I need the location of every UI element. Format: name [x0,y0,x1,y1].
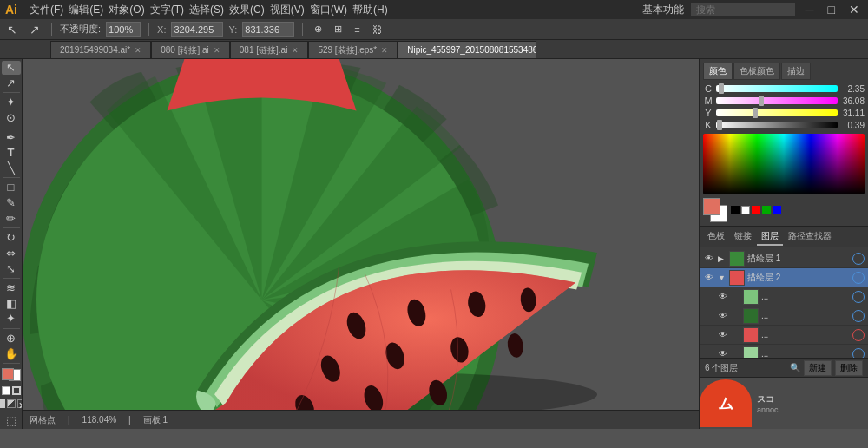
tab-close-0[interactable]: ✕ [135,46,141,55]
align-icon[interactable]: ⊞ [331,23,345,36]
cyan-thumb[interactable] [719,83,724,94]
distrib-icon[interactable]: ≡ [351,23,363,36]
tool-type[interactable]: T [2,146,21,160]
fg-bg-swatches[interactable] [703,198,727,222]
swatch-red[interactable] [752,206,760,214]
tab-0[interactable]: 201915499034.ai* ✕ [50,41,151,58]
link-icon[interactable]: ⛓ [369,23,385,36]
menu-view[interactable]: 视图(V) [270,3,305,17]
y-input[interactable] [242,22,294,37]
tool-lasso[interactable]: ⊙ [2,111,21,125]
swatch-blue[interactable] [773,206,781,214]
tab-2[interactable]: 081 [链接].ai ✕ [230,41,309,58]
color-swatch-fg-bg[interactable] [2,368,21,382]
layer-visibility-2[interactable]: 👁 [703,272,715,284]
swatch-black[interactable] [731,206,740,214]
tool-pencil[interactable]: ✏ [2,211,21,225]
new-layer-button[interactable]: 新建 [804,360,832,376]
black-thumb[interactable] [717,120,722,130]
layer-color-6[interactable] [852,348,865,359]
tool-selection[interactable]: ↖ [2,61,21,75]
yellow-track[interactable] [716,109,838,116]
tool-mirror[interactable]: ⇔ [2,247,21,260]
close-button[interactable]: ✕ [845,3,863,16]
tool-scale[interactable]: ⤡ [2,261,21,275]
layer-color-4[interactable] [852,310,865,322]
cyan-track[interactable] [716,85,838,92]
tool-line[interactable]: ╲ [2,161,21,175]
layer-color-1[interactable] [852,253,865,265]
swatch-white[interactable] [741,206,750,214]
delete-layer-button[interactable]: 删除 [835,360,863,376]
coord-icon[interactable]: ⊕ [311,23,326,36]
color-spectrum[interactable] [703,134,865,194]
layers-tab-layers[interactable]: 图层 [757,228,783,246]
tool-magic-wand[interactable]: ✦ [2,96,21,109]
x-input[interactable] [171,22,223,37]
black-track[interactable] [716,122,838,128]
tool-screen-mode[interactable]: ⬚ [2,413,21,427]
layer-visibility-3[interactable]: 👁 [717,291,729,303]
color-mode-icon[interactable] [0,399,5,408]
fg-color-box[interactable] [703,198,720,215]
swatch-green[interactable] [762,206,771,214]
layer-item-5[interactable]: 👁 ... [700,326,868,345]
layer-color-2[interactable] [852,272,865,284]
tool-paintbrush[interactable]: ✎ [2,196,21,210]
layer-color-3[interactable] [852,291,865,303]
maximize-button[interactable]: □ [825,3,838,16]
layer-item-6[interactable]: 👁 ... [700,345,868,358]
fg-color-swatch[interactable] [2,368,14,380]
layer-item-2[interactable]: 👁 ▼ 描绘层 2 [700,268,868,287]
tab-close-1[interactable]: ✕ [214,46,220,55]
tab-close-2[interactable]: ✕ [292,46,299,55]
tool-rotate[interactable]: ↻ [2,231,21,245]
tab-swatches[interactable]: 色板颜色 [733,63,780,80]
tool-eyedropper[interactable]: ✦ [2,312,21,326]
menu-select[interactable]: 选择(S) [189,3,224,17]
tool-direct-selection[interactable]: ↗ [2,76,21,90]
artwork-canvas[interactable] [23,59,699,429]
search-input[interactable] [691,3,795,16]
menu-window[interactable]: 窗口(W) [310,3,347,17]
layer-visibility-1[interactable]: 👁 [703,253,715,265]
fill-icon[interactable] [2,386,10,395]
layer-color-5[interactable] [852,329,865,341]
layer-item-4[interactable]: 👁 ... [700,306,868,326]
menu-edit[interactable]: 编辑(E) [69,3,103,17]
menu-type[interactable]: 文字(T) [150,3,184,17]
layer-item-1[interactable]: 👁 ▶ 描绘层 1 [700,249,868,268]
tab-3[interactable]: 529 [装接].eps* ✕ [308,41,398,58]
menu-help[interactable]: 帮助(H) [352,3,388,17]
layer-expand-2[interactable]: ▼ [718,273,727,282]
direct-selection-tool-icon[interactable]: ↗ [26,22,43,37]
magenta-thumb[interactable] [759,96,764,106]
tab-4[interactable]: Nipic_455997_20150808155348604000[转接].ai… [398,41,536,58]
tool-warp[interactable]: ≋ [2,281,21,295]
tab-stroke[interactable]: 描边 [781,63,811,80]
layer-visibility-6[interactable]: 👁 [717,348,729,359]
gradient-mode-icon[interactable] [7,399,16,408]
layer-visibility-5[interactable]: 👁 [717,329,729,341]
selection-tool-icon[interactable]: ↖ [3,22,21,37]
tab-close-3[interactable]: ✕ [381,46,388,55]
canvas-area[interactable]: 网格点 | 118.04% | 画板 1 [23,59,699,429]
layer-visibility-4[interactable]: 👁 [717,310,729,322]
layers-tab-links[interactable]: 链接 [730,228,756,246]
menu-file[interactable]: 文件(F) [30,3,63,17]
stroke-icon[interactable] [12,386,21,395]
tab-1[interactable]: 080 [转接].ai ✕ [151,41,230,58]
layers-tab-swatches[interactable]: 色板 [703,228,729,246]
opacity-input[interactable]: 100% [106,22,141,37]
layers-tab-pathfinder[interactable]: 路径查找器 [784,228,836,246]
tool-rect[interactable]: □ [2,181,21,194]
search-layers-icon[interactable]: 🔍 [790,363,800,372]
yellow-thumb[interactable] [753,108,758,118]
minimize-button[interactable]: ─ [802,3,818,16]
menu-object[interactable]: 对象(O) [108,3,144,17]
tool-hand[interactable]: ✋ [2,346,21,360]
menu-effect[interactable]: 效果(C) [229,3,265,17]
tool-pen[interactable]: ✒ [2,130,21,144]
tool-zoom[interactable]: ⊕ [2,332,21,346]
layer-expand-1[interactable]: ▶ [718,254,727,263]
